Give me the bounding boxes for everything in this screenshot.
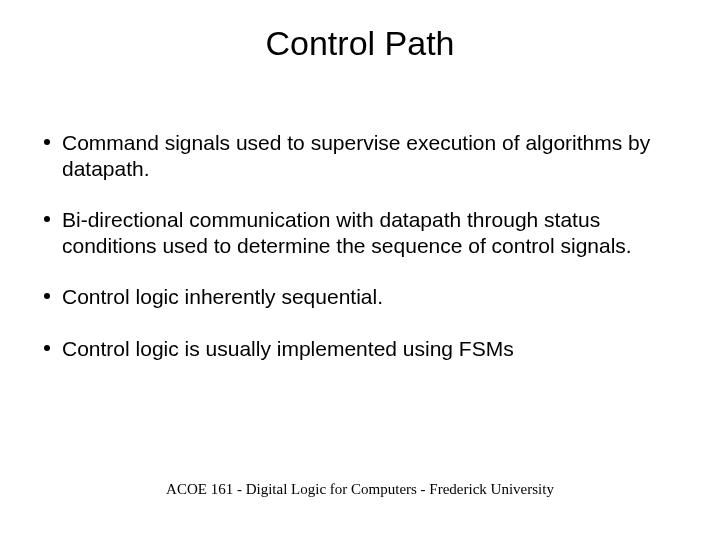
bullet-item: Control logic is usually implemented usi… — [44, 336, 676, 362]
bullet-text: Control logic inherently sequential. — [62, 284, 676, 310]
bullet-item: Bi-directional communication with datapa… — [44, 207, 676, 258]
bullet-dot-icon — [44, 139, 50, 145]
bullet-dot-icon — [44, 216, 50, 222]
slide-body: Command signals used to supervise execut… — [44, 130, 676, 388]
bullet-item: Control logic inherently sequential. — [44, 284, 676, 310]
bullet-item: Command signals used to supervise execut… — [44, 130, 676, 181]
slide-footer: ACOE 161 - Digital Logic for Computers -… — [0, 481, 720, 498]
bullet-text: Command signals used to supervise execut… — [62, 130, 676, 181]
bullet-dot-icon — [44, 345, 50, 351]
bullet-text: Bi-directional communication with datapa… — [62, 207, 676, 258]
slide: Control Path Command signals used to sup… — [0, 0, 720, 540]
bullet-text: Control logic is usually implemented usi… — [62, 336, 676, 362]
bullet-dot-icon — [44, 293, 50, 299]
slide-title: Control Path — [0, 24, 720, 63]
